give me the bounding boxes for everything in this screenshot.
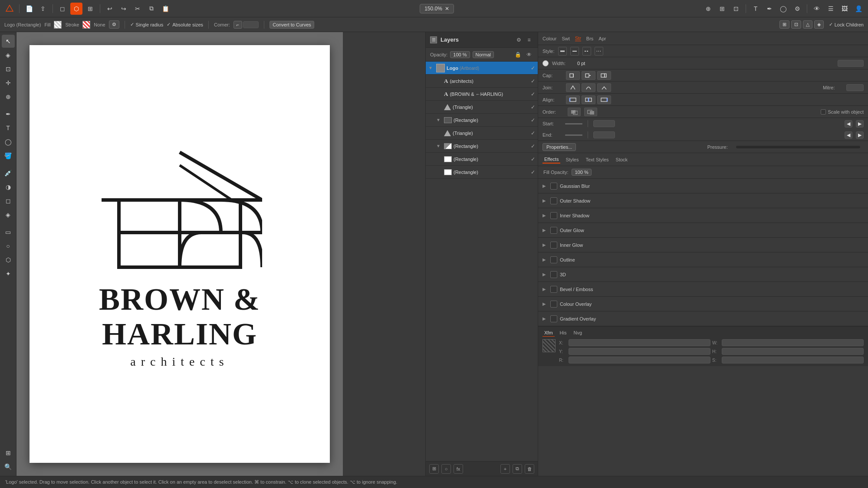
xfm-tab-his[interactable]: His (558, 329, 569, 337)
tab-brs[interactable]: Brs (586, 36, 594, 41)
tab-swt[interactable]: Swt (562, 36, 569, 41)
node-btn[interactable]: ◈ (814, 20, 824, 29)
layer-item-triangle1[interactable]: (Triangle) ✓ (426, 101, 538, 114)
effect-colour-overlay[interactable]: ▶ Colour Overlay (538, 297, 868, 311)
expand-bevel[interactable]: ▶ (542, 287, 548, 291)
canvas-area[interactable]: BROWN & HARLING architects (16, 32, 343, 476)
y-input[interactable]: 0 mm (569, 348, 710, 355)
effect-inner-glow[interactable]: ▶ Inner Glow (538, 238, 868, 252)
transform-btn[interactable]: ⊡ (730, 3, 742, 15)
share-btn[interactable]: ⇪ (37, 3, 49, 15)
blend-mode-select[interactable]: Normal (473, 51, 494, 58)
join-btn-miter[interactable] (566, 83, 580, 92)
style-pen-dot[interactable] (595, 47, 603, 56)
new-doc-btn[interactable]: 📄 (23, 3, 35, 15)
check-gaussian[interactable] (550, 183, 557, 190)
delete-layer-btn[interactable]: 🗑 (525, 464, 534, 474)
copy-btn[interactable]: ⧉ (145, 3, 158, 15)
layer-item-bh[interactable]: A (BROWN & ←HARLING) ✓ (426, 88, 538, 101)
mitre-input[interactable]: 2 (846, 84, 864, 91)
node-tool-btn[interactable]: ◈ (2, 49, 15, 62)
opacity-value[interactable]: 100 % (450, 51, 470, 58)
join-btn-bevel[interactable] (597, 83, 611, 92)
r-input[interactable]: 0° (569, 357, 710, 364)
transform-more-btn[interactable]: ⊡ (791, 20, 801, 29)
vector-tool[interactable]: ⬡ (70, 3, 82, 15)
check-outer-glow[interactable] (550, 227, 557, 234)
expand-3d[interactable]: ▶ (542, 272, 548, 277)
expand-gradient-overlay[interactable]: ▶ (542, 316, 548, 321)
pen-tool[interactable]: ✒ (763, 3, 776, 15)
corner-value-input[interactable]: 0 % (243, 21, 259, 28)
check-3d[interactable] (550, 271, 557, 278)
photo-btn[interactable]: 🖼 (838, 3, 851, 15)
expand-outer-glow[interactable]: ▶ (542, 228, 548, 233)
undo-btn[interactable]: ↩ (104, 3, 116, 15)
shape-tool-btn[interactable]: ◯ (2, 135, 15, 148)
cut-btn[interactable]: ✂ (132, 3, 144, 15)
layer-item-architects[interactable]: A (architects) ✓ (426, 75, 538, 88)
s-input[interactable]: 0° (722, 357, 864, 364)
layer-item-rect2[interactable]: ▼ (Rectangle) ✓ (426, 140, 538, 153)
eff-tab-text-styles[interactable]: Text Styles (584, 156, 610, 163)
symbol-tool-btn[interactable]: ✦ (2, 267, 15, 280)
effect-outline[interactable]: ▶ Outline (538, 252, 868, 267)
layer-item-logo[interactable]: ▼ Logo (Artboard) ✓ (426, 62, 538, 75)
crop-tool-btn[interactable]: ⊡ (2, 62, 15, 75)
lock-children-label[interactable]: ✓ Lock Children (829, 22, 864, 27)
align-distribute-btn[interactable]: ⊞ (779, 20, 789, 29)
paste-btn[interactable]: 📋 (159, 3, 171, 15)
single-radius-label[interactable]: ✓ Single radius (130, 22, 164, 27)
pen-tool-btn[interactable]: ✒ (2, 108, 15, 121)
fill-opacity-value[interactable]: 100 % (572, 169, 591, 176)
fill-swatch[interactable] (54, 21, 62, 29)
cap-btn-butt[interactable] (582, 71, 595, 80)
effect-3d[interactable]: ▶ 3D (538, 267, 868, 282)
eyedropper-btn[interactable]: 💉 (2, 167, 15, 180)
effect-inner-shadow[interactable]: ▶ Inner Shadow (538, 208, 868, 223)
expand-inner-glow[interactable]: ▶ (542, 242, 548, 247)
end-next-btn[interactable]: ▶ (856, 131, 864, 139)
style-pen-dash[interactable] (582, 47, 591, 56)
add-layer-btn[interactable]: + (500, 464, 510, 474)
move-tool-btn[interactable]: ✛ (2, 76, 15, 89)
effect-bevel-emboss[interactable]: ▶ Bevel / Emboss (538, 282, 868, 297)
absolute-sizes-label[interactable]: ✓ Absolute sizes (167, 22, 203, 27)
select-tool[interactable]: ◻ (56, 3, 69, 15)
align-outer-btn[interactable] (597, 95, 611, 104)
user-btn[interactable]: 👤 (852, 3, 865, 15)
search-tool-btn[interactable]: 🔍 (2, 460, 15, 473)
stroke-swatch[interactable] (82, 21, 90, 29)
geometry-btn[interactable]: △ (803, 20, 812, 29)
xfm-tab-xfm[interactable]: Xfm (542, 329, 555, 337)
zoom-tool-btn[interactable]: ⊕ (2, 90, 15, 103)
gradient-tool-btn[interactable]: ◑ (2, 180, 15, 193)
align-btn[interactable]: ⊞ (716, 3, 728, 15)
layer-item-rect1[interactable]: ▼ (Rectangle) ✓ (426, 114, 538, 127)
effect-gaussian-blur[interactable]: ▶ Gaussian Blur (538, 179, 868, 193)
effect-gradient-overlay[interactable]: ▶ Gradient Overlay (538, 311, 868, 326)
layers-visibility-btn[interactable]: 👁 (525, 50, 533, 59)
tab-str[interactable]: Str (575, 36, 581, 41)
stroke-settings-btn[interactable]: ⚙ (109, 20, 119, 29)
add-fx-btn[interactable]: fx (454, 464, 463, 474)
redo-btn[interactable]: ↪ (118, 3, 130, 15)
align-center-btn[interactable] (582, 95, 595, 104)
x-input[interactable]: 0 mm (569, 339, 710, 346)
effect-outer-shadow[interactable]: ▶ Outer Shadow (538, 193, 868, 208)
polygon-tool-btn[interactable]: ⬡ (2, 253, 15, 266)
settings-btn[interactable]: ⚙ (791, 3, 803, 15)
align-inner-btn[interactable] (566, 95, 580, 104)
expand-gaussian[interactable]: ▶ (542, 183, 548, 188)
check-bevel[interactable] (550, 286, 557, 293)
expand-icon-logo[interactable]: ▼ (428, 66, 434, 70)
effect-outer-glow[interactable]: ▶ Outer Glow (538, 223, 868, 238)
select-tool-btn[interactable]: ↖ (2, 35, 15, 48)
layers-icon[interactable]: ☰ (430, 36, 437, 43)
properties-btn[interactable]: Properties... (542, 143, 576, 151)
order-btn-2[interactable] (584, 108, 597, 116)
cap-btn-square[interactable] (597, 71, 611, 80)
layer-item-rect4[interactable]: (Rectangle) ✓ (426, 166, 538, 179)
corner-type-btn[interactable]: ⌐ (233, 21, 242, 29)
check-inner-glow[interactable] (550, 242, 557, 249)
